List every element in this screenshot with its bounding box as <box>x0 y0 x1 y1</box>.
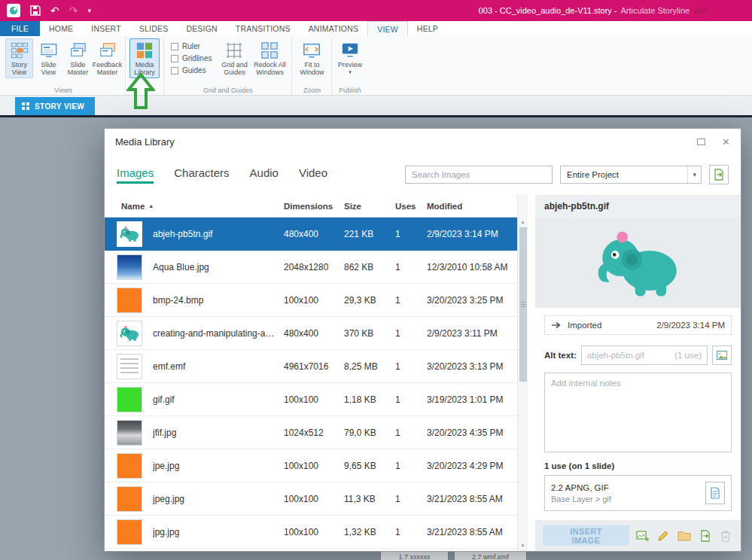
file-modified: 3/19/2023 1:01 PM <box>427 394 517 405</box>
elephant-image <box>590 223 687 303</box>
media-table: Name ▲ Dimensions Size Uses Modified abj… <box>105 195 517 551</box>
fit-to-window-button[interactable]: Fit to Window <box>296 38 327 78</box>
redock-all-windows-button[interactable]: Redock All Windows <box>251 38 288 78</box>
table-row[interactable]: bmp-24.bmp100x10029,3 KB13/20/2023 3:25 … <box>105 284 517 317</box>
checkbox-icon <box>171 43 178 50</box>
file-dimensions: 100x100 <box>284 461 344 471</box>
scrollbar-thumb[interactable] <box>519 227 527 382</box>
ruler-checkbox[interactable]: Ruler <box>171 42 212 50</box>
close-button[interactable]: ✕ <box>722 137 730 147</box>
story-view-tab[interactable]: STORY VIEW <box>15 97 95 115</box>
dialog-title: Media Library <box>115 136 175 148</box>
export-page-icon <box>713 169 725 181</box>
file-name: jpeg.jpg <box>153 494 284 504</box>
file-uses: 1 <box>395 328 427 339</box>
ribbon-tab-slides[interactable]: SLIDES <box>130 21 178 36</box>
file-name: abjeh-pb5tn.gif <box>153 229 284 239</box>
table-row[interactable]: jpg.jpg100x1001,32 KB13/21/2023 8:55 AM <box>105 516 517 549</box>
undo-button[interactable]: ↶ <box>50 5 59 16</box>
ribbon-group-publish: Preview ▾ Publish <box>331 36 367 95</box>
maximize-button[interactable] <box>697 138 705 145</box>
usage-item[interactable]: 2.2 APNG, GIF Base Layer > gif <box>544 475 732 511</box>
fit-to-window-icon <box>302 41 321 60</box>
scroll-down-icon[interactable]: ▼ <box>521 543 525 549</box>
table-row[interactable]: emf.emf4961x70168,25 MB13/20/2023 3:13 P… <box>105 350 517 383</box>
file-size: 8,25 MB <box>344 361 395 372</box>
ribbon-tab-animations[interactable]: ANIMATIONS <box>300 21 368 36</box>
story-view-icon <box>10 41 29 60</box>
table-row[interactable]: Aqua Blue.jpg2048x1280862 KB112/3/2010 1… <box>105 251 517 284</box>
search-input[interactable] <box>405 166 553 184</box>
file-thumbnail-photo <box>117 420 142 446</box>
column-header-modified[interactable]: Modified <box>427 202 517 211</box>
table-row[interactable]: abjeh-pb5tn.gif480x400221 KB12/9/2023 3:… <box>105 218 517 251</box>
slide-view-button[interactable]: Slide View <box>35 38 62 78</box>
file-uses: 1 <box>395 461 427 471</box>
gridlines-checkbox[interactable]: Gridlines <box>171 54 212 62</box>
file-name: bmp-24.bmp <box>153 295 284 306</box>
annotation-arrow-up-icon <box>126 72 155 110</box>
ribbon-tab-home[interactable]: HOME <box>40 21 82 36</box>
column-header-uses[interactable]: Uses <box>395 202 427 211</box>
export-media-button[interactable] <box>698 528 713 544</box>
file-size: 370 KB <box>344 328 395 339</box>
file-name: jpg.jpg <box>153 527 284 537</box>
checkbox-icon <box>171 67 178 75</box>
preview-button[interactable]: Preview ▾ <box>336 38 364 77</box>
scope-dropdown[interactable]: Entire Project ▾ <box>560 166 702 184</box>
edit-button[interactable] <box>656 528 671 544</box>
tab-images[interactable]: Images <box>117 166 154 184</box>
table-row[interactable]: jpeg.jpg100x10011,3 KB13/21/2023 8:55 AM <box>105 482 517 516</box>
slide-view-icon <box>39 41 59 60</box>
imported-label: Imported <box>568 321 601 330</box>
column-header-dimensions[interactable]: Dimensions <box>284 202 344 211</box>
column-header-name[interactable]: Name ▲ <box>105 202 284 211</box>
story-view-button[interactable]: Story View <box>5 38 33 78</box>
ribbon-tab-help[interactable]: HELP <box>408 21 447 36</box>
quick-access-dropdown-icon[interactable]: ▾ <box>87 8 91 14</box>
guides-checkbox[interactable]: Guides <box>171 66 212 75</box>
file-dimensions: 4961x7016 <box>284 361 344 372</box>
table-row[interactable]: jfif.jpg1024x51279,0 KB13/20/2023 4:35 P… <box>105 416 517 449</box>
redo-button[interactable]: ↷ <box>69 5 78 16</box>
ribbon: Story ViewSlide ViewSlide MasterFeedback… <box>0 36 752 96</box>
alt-image-button[interactable] <box>712 345 732 365</box>
checkbox-icon <box>171 55 178 62</box>
scope-dropdown-value: Entire Project <box>567 170 619 179</box>
file-modified: 3/20/2023 4:29 PM <box>427 461 517 471</box>
folder-icon <box>677 530 691 541</box>
add-media-button[interactable] <box>635 528 650 544</box>
ribbon-tab-view[interactable]: VIEW <box>367 21 408 36</box>
table-row[interactable]: gif.gif100x1001,18 KB13/19/2023 1:01 PM <box>105 383 517 416</box>
ribbon-tab-file[interactable]: FILE <box>0 21 40 36</box>
alt-text-input[interactable]: abjeh-pb5tn.gif (1 use) <box>581 345 708 365</box>
slide-master-button[interactable]: Slide Master <box>64 38 92 78</box>
ribbon-tab-insert[interactable]: INSERT <box>82 21 130 36</box>
tab-characters[interactable]: Characters <box>174 166 229 184</box>
tab-video[interactable]: Video <box>299 166 327 184</box>
tab-audio[interactable]: Audio <box>250 166 279 184</box>
file-size: 79,0 KB <box>344 428 395 438</box>
file-thumbnail-elephant <box>117 221 142 247</box>
scrollbar[interactable]: ▲ ▼ <box>517 195 528 551</box>
export-button[interactable] <box>709 165 729 184</box>
table-row[interactable]: jpe.jpg100x1009,65 KB13/20/2023 4:29 PM <box>105 449 517 482</box>
delete-button[interactable] <box>718 528 733 544</box>
column-header-size[interactable]: Size <box>344 202 395 211</box>
usage-layer: Base Layer > gif <box>551 495 611 504</box>
grid-guides-icon <box>224 41 244 60</box>
notes-input[interactable]: Add internal notes <box>544 373 732 452</box>
ribbon-tab-transitions[interactable]: TRANSITIONS <box>227 21 300 36</box>
grid-checkboxes: RulerGridlinesGuides <box>168 38 217 75</box>
ribbon-tab-design[interactable]: DESIGN <box>177 21 226 36</box>
goto-slide-button[interactable] <box>705 482 725 504</box>
file-modified: 3/21/2023 8:55 AM <box>427 494 517 504</box>
table-row[interactable]: creating-and-manipulating-anim...480x400… <box>105 317 517 350</box>
save-button[interactable] <box>30 5 41 16</box>
file-thumbnail-doc <box>117 354 142 379</box>
open-folder-button[interactable] <box>677 528 692 544</box>
grid-and-guides-button[interactable]: Grid and Guides <box>218 38 250 78</box>
scroll-up-icon[interactable]: ▲ <box>521 219 525 225</box>
feedback-master-button[interactable]: Feedback Master <box>93 38 121 78</box>
insert-image-button[interactable]: INSERT IMAGE <box>543 525 629 546</box>
